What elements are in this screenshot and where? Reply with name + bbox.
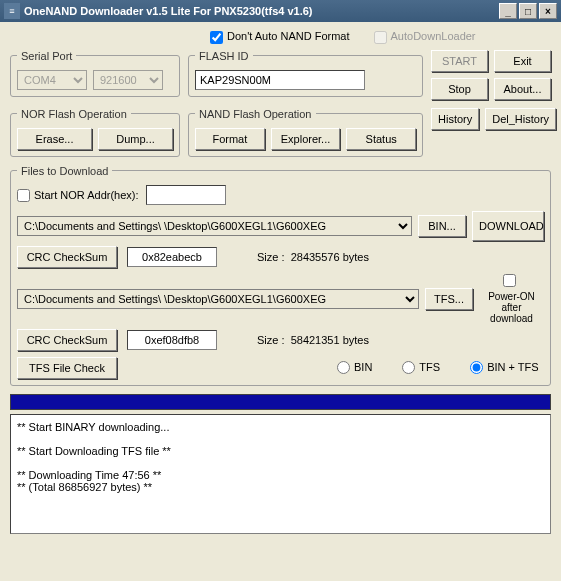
flash-id-legend: FLASH ID — [195, 50, 253, 62]
radio-tfs[interactable]: TFS — [402, 361, 440, 375]
window-title: OneNAND Downloader v1.5 Lite For PNX5230… — [24, 5, 313, 17]
stop-button[interactable]: Stop — [431, 78, 488, 100]
flash-id-field[interactable] — [195, 70, 365, 90]
crc2-field[interactable] — [127, 330, 217, 350]
bin-path-select[interactable]: C:\Documents and Settings\ \Desktop\G600… — [17, 216, 412, 236]
close-button[interactable]: × — [539, 3, 557, 19]
size1-label: Size : 28435576 bytes — [257, 251, 369, 263]
log-output: ** Start BINARY downloading... ** Start … — [10, 414, 551, 534]
crc1-field[interactable] — [127, 247, 217, 267]
flash-id-group: FLASH ID — [188, 50, 423, 97]
size2-label: Size : 58421351 bytes — [257, 334, 369, 346]
start-nor-addr-check[interactable]: Start NOR Addr(hex): — [17, 189, 139, 201]
start-button[interactable]: START — [431, 50, 488, 72]
files-legend: Files to Download — [17, 165, 112, 177]
start-nor-addr-field[interactable] — [146, 185, 226, 205]
crc2-button[interactable]: CRC CheckSum — [17, 329, 117, 351]
com-port-select[interactable]: COM4 — [17, 70, 87, 90]
crc1-button[interactable]: CRC CheckSum — [17, 246, 117, 268]
baud-select[interactable]: 921600 — [93, 70, 163, 90]
minimize-button[interactable]: _ — [499, 3, 517, 19]
app-icon: ≡ — [4, 3, 20, 19]
nand-flash-group: NAND Flash Operation Format Explorer... … — [188, 108, 423, 157]
about-button[interactable]: About... — [494, 78, 551, 100]
nor-flash-legend: NOR Flash Operation — [17, 108, 131, 120]
tfs-browse-button[interactable]: TFS... — [425, 288, 473, 310]
download-button[interactable]: DOWNLOAD — [472, 211, 544, 241]
format-button[interactable]: Format — [195, 128, 265, 150]
tfs-file-check-button[interactable]: TFS File Check — [17, 357, 117, 379]
explorer-button[interactable]: Explorer... — [271, 128, 341, 150]
progress-bar — [10, 394, 551, 410]
history-button[interactable]: History — [431, 108, 479, 130]
maximize-button[interactable]: □ — [519, 3, 537, 19]
auto-downloader-check[interactable]: AutoDownLoader — [374, 30, 476, 44]
dump-button[interactable]: Dump... — [98, 128, 173, 150]
erase-button[interactable]: Erase... — [17, 128, 92, 150]
tfs-path-select[interactable]: C:\Documents and Settings\ \Desktop\G600… — [17, 289, 419, 309]
files-group: Files to Download Start NOR Addr(hex): C… — [10, 165, 551, 386]
serial-port-legend: Serial Port — [17, 50, 76, 62]
nand-flash-legend: NAND Flash Operation — [195, 108, 316, 120]
radio-bin-tfs[interactable]: BIN + TFS — [470, 361, 538, 375]
del-history-button[interactable]: Del_History — [485, 108, 556, 130]
power-on-check[interactable]: Power-ON after download — [479, 274, 544, 324]
dont-auto-nand-check[interactable]: Don't Auto NAND Format — [210, 30, 350, 44]
radio-bin[interactable]: BIN — [337, 361, 372, 375]
status-button[interactable]: Status — [346, 128, 416, 150]
bin-browse-button[interactable]: BIN... — [418, 215, 466, 237]
exit-button[interactable]: Exit — [494, 50, 551, 72]
serial-port-group: Serial Port COM4 921600 — [10, 50, 180, 97]
nor-flash-group: NOR Flash Operation Erase... Dump... — [10, 108, 180, 157]
titlebar: ≡ OneNAND Downloader v1.5 Lite For PNX52… — [0, 0, 561, 22]
